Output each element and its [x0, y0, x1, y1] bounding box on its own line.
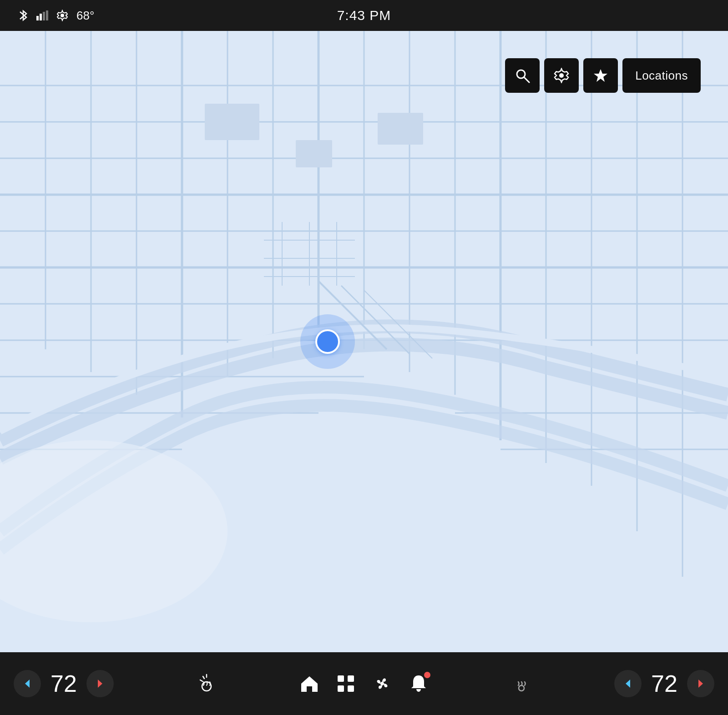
- svg-rect-2: [43, 12, 45, 20]
- left-heat-icon[interactable]: [197, 674, 217, 694]
- svg-rect-34: [205, 104, 259, 140]
- svg-rect-36: [378, 113, 423, 145]
- locations-button[interactable]: Locations: [622, 58, 701, 93]
- location-pulse: [300, 314, 355, 369]
- status-temperature: 68°: [76, 9, 94, 23]
- home-icon[interactable]: [299, 674, 319, 694]
- svg-line-55: [203, 676, 204, 679]
- right-temperature-value: 72: [646, 670, 682, 697]
- svg-rect-3: [46, 10, 48, 20]
- svg-rect-35: [296, 140, 332, 167]
- search-button[interactable]: [505, 58, 540, 93]
- status-time: 7:43 PM: [337, 8, 391, 23]
- map-container[interactable]: Locations: [0, 31, 728, 652]
- bottom-bar: 72: [0, 652, 728, 715]
- svg-line-48: [524, 77, 529, 82]
- svg-rect-60: [348, 685, 354, 692]
- bluetooth-icon: [18, 9, 28, 22]
- status-bar: 68° 7:43 PM: [0, 0, 728, 31]
- svg-marker-50: [594, 69, 607, 82]
- svg-marker-51: [25, 680, 30, 688]
- status-settings-icon[interactable]: [56, 10, 68, 21]
- svg-line-56: [200, 680, 202, 681]
- svg-marker-63: [626, 680, 630, 688]
- apps-icon[interactable]: [336, 674, 356, 694]
- right-temp-control: 72: [614, 670, 714, 697]
- left-temp-decrease-button[interactable]: [14, 670, 41, 697]
- settings-button[interactable]: [544, 58, 579, 93]
- svg-point-53: [202, 682, 211, 691]
- location-marker: [300, 314, 355, 369]
- map-controls: Locations: [505, 58, 701, 93]
- right-temp-increase-button[interactable]: [687, 670, 714, 697]
- right-temp-decrease-button[interactable]: [614, 670, 642, 697]
- svg-point-61: [380, 682, 384, 685]
- fan-icon[interactable]: [372, 674, 392, 694]
- center-nav-icons: [299, 674, 429, 694]
- svg-point-62: [519, 685, 524, 691]
- notification-dot: [424, 672, 430, 678]
- left-temp-control: 72: [14, 670, 114, 697]
- location-dot: [315, 329, 340, 354]
- svg-rect-59: [338, 685, 344, 692]
- signal-icon: [36, 10, 48, 20]
- svg-point-49: [559, 73, 564, 78]
- notification-icon[interactable]: [409, 674, 429, 694]
- svg-marker-64: [698, 680, 703, 688]
- svg-rect-0: [36, 16, 39, 20]
- svg-rect-1: [40, 14, 42, 20]
- svg-rect-57: [338, 675, 344, 682]
- svg-marker-52: [98, 680, 102, 688]
- right-heat-icon[interactable]: [511, 674, 531, 694]
- left-temperature-value: 72: [46, 670, 82, 697]
- map-background: [0, 31, 728, 652]
- left-temp-increase-button[interactable]: [86, 670, 114, 697]
- svg-rect-58: [348, 675, 354, 682]
- favorites-button[interactable]: [583, 58, 618, 93]
- svg-point-4: [61, 14, 64, 17]
- status-left: 68°: [18, 9, 94, 23]
